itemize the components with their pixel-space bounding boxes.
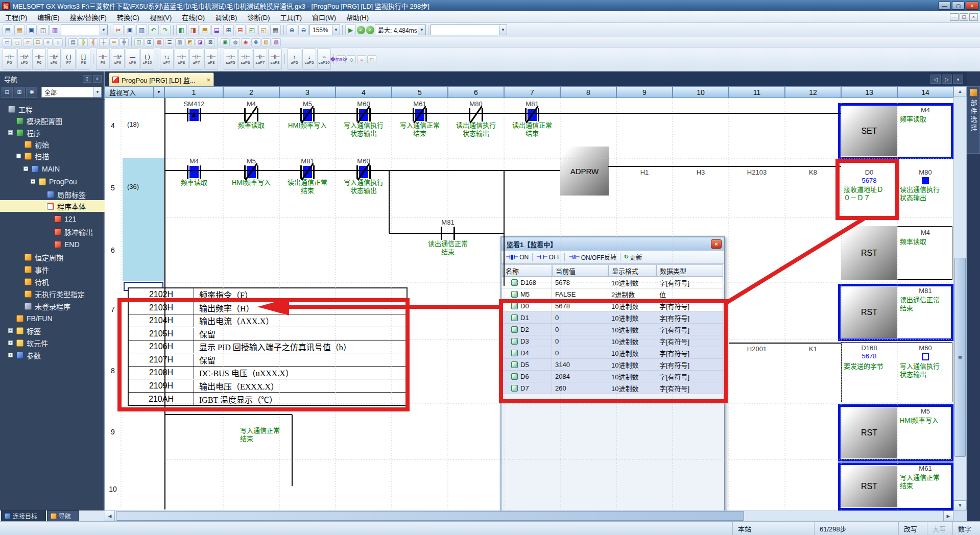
tab-parts-selection[interactable]: 部件选择 (967, 86, 980, 154)
mdi-minimize-icon[interactable]: — (950, 13, 959, 21)
dropdown-arrow-icon[interactable]: ▼ (332, 25, 340, 35)
ladder-contact-m4[interactable]: M4 频率读取 (166, 157, 222, 187)
scroll-up-icon[interactable]: ▲ (953, 86, 967, 96)
document-tab[interactable]: ProgPou [PRG] [LD] 监... × (109, 72, 214, 86)
watch-row-value[interactable]: 5678 (552, 277, 608, 288)
ladder-row-number[interactable]: 7 (105, 305, 121, 313)
monitor-mode-dropdown-icon[interactable]: ▼ (153, 86, 164, 98)
watch-row-name[interactable]: D4 (502, 347, 552, 359)
menu-help[interactable]: 帮助(H) (341, 11, 374, 23)
copy-icon[interactable]: ▣ (125, 25, 135, 35)
menu-project[interactable]: 工程(P) (0, 11, 32, 23)
expand-all-icon[interactable]: ⊞ (14, 87, 25, 98)
tree-item-program[interactable]: −程序 (0, 127, 105, 138)
ladder-symbol-button[interactable]: ⊣⊬sF5 (17, 48, 31, 70)
watch-row-value[interactable]: 0 (552, 312, 608, 324)
ladder-symbol-button[interactable]: ⊣⊢aF7 (189, 48, 203, 70)
print-icon[interactable]: ◫ (38, 25, 49, 35)
cut-icon[interactable]: ✂ (113, 25, 124, 35)
toolbar-icon[interactable]: ◉ (241, 38, 250, 46)
menu-view[interactable]: 视图(V) (145, 11, 177, 23)
tab-scroll-left-icon[interactable]: ◁ (930, 75, 941, 84)
ladder-row-number[interactable]: 9 (105, 428, 121, 436)
tree-item-end[interactable]: END (0, 238, 105, 250)
tab-connection-target[interactable]: 连接目标 (1, 510, 46, 521)
set-instruction-block[interactable]: SET (841, 106, 897, 156)
toolbar-icon[interactable]: ▨ (272, 38, 281, 46)
watch-row-name[interactable]: D3 (502, 335, 552, 347)
panel-close-icon[interactable]: × (93, 75, 102, 83)
dropdown-arrow-icon[interactable]: ▼ (93, 87, 101, 97)
toolbar-icon[interactable]: ◍ (231, 38, 240, 46)
tree-item-module-config[interactable]: 模块配置图 (0, 115, 105, 127)
ladder-symbol-button[interactable]: [ ]F8 (77, 48, 90, 70)
toolbar-icon[interactable]: ◇ (347, 55, 356, 63)
tree-item-main[interactable]: −MAIN (0, 163, 105, 175)
tab-scroll-right-icon[interactable]: ▷ (942, 75, 952, 84)
tree-item-pulse-output[interactable]: 脉冲输出 (0, 226, 105, 237)
mdi-close-icon[interactable]: × (969, 13, 978, 21)
run-monitor-icon[interactable]: ▶ (345, 25, 356, 35)
tree-item-progpou[interactable]: −ProgPou (0, 176, 105, 187)
read-plc-icon[interactable]: ◰ (247, 25, 257, 35)
scroll-right-icon[interactable]: ▶ (943, 510, 953, 521)
watch-row-name[interactable]: M5 (502, 288, 552, 300)
menu-window[interactable]: 窗口(W) (307, 11, 341, 23)
toolbar-icon[interactable]: ═ (109, 38, 118, 46)
ladder-row-number[interactable]: 5 (105, 184, 121, 192)
toolbar-icon[interactable]: ▦ (155, 38, 164, 46)
toolbar-icon[interactable]: ▭ (3, 38, 12, 46)
watch-header-type[interactable]: 数据类型 (656, 264, 723, 277)
ladder-row-number[interactable]: 6 (105, 246, 121, 254)
ladder-symbol-button[interactable]: —cF9 (126, 48, 139, 70)
ladder-row-number[interactable]: 10 (105, 485, 121, 493)
ladder-symbol-button[interactable]: ⌁caF10 (317, 48, 331, 70)
watch-row-name[interactable]: D5 (502, 359, 552, 371)
watch-row-name[interactable]: D1 (502, 312, 552, 324)
tree-item-fixed-cycle[interactable]: 恒定周期 (0, 251, 105, 263)
help-icon[interactable]: ▥ (50, 25, 60, 35)
minimize-button[interactable]: — (938, 2, 951, 10)
gear-icon[interactable]: ✱ (26, 87, 37, 98)
horizontal-scroll-thumb[interactable] (116, 511, 744, 521)
menu-diagnostics[interactable]: 诊断(D) (242, 11, 275, 23)
collapse-box-icon[interactable]: − (8, 130, 13, 135)
toolbar-icon[interactable]: ☰ (165, 38, 174, 46)
paste-icon[interactable]: ▥ (136, 25, 147, 35)
maximize-button[interactable]: ▢ (952, 2, 965, 10)
zoom-in-icon[interactable]: ⊕ (286, 25, 297, 35)
ladder-symbol-button[interactable]: ⊣⊢aF8 (204, 48, 218, 70)
tree-item-initial[interactable]: 初始 (0, 138, 105, 150)
watch-row-value[interactable]: FALSE (552, 288, 608, 300)
menu-debug[interactable]: 调试(B) (210, 11, 242, 23)
monitor-icon[interactable]: ⬓ (211, 25, 222, 35)
tree-item-no-exec-type[interactable]: 无执行类型指定 (0, 288, 105, 300)
collapse-all-icon[interactable]: ⊟ (2, 87, 13, 98)
rst-instruction-block[interactable]: RST (841, 407, 897, 458)
ladder-contact-m4[interactable]: M4 频率读取 (223, 100, 279, 130)
toolbar-icon[interactable]: ▧ (261, 38, 271, 46)
ladder-symbol-button[interactable]: ⊣⊢F9 (96, 48, 110, 70)
tree-item-parameter[interactable]: +参数 (0, 349, 105, 361)
ladder-symbol-button[interactable]: ( )cF10 (140, 48, 154, 70)
ladder-symbol-button[interactable]: ⊣⊢saF5 (224, 48, 237, 70)
toolbar-icon[interactable]: ≡ (54, 38, 63, 46)
dropdown-arrow-icon[interactable]: ▼ (499, 25, 507, 35)
tab-close-icon[interactable]: × (206, 76, 210, 84)
tab-navigation[interactable]: 导航 (47, 510, 79, 521)
toolbar-icon[interactable]: ▣ (221, 38, 230, 46)
collapse-box-icon[interactable]: − (31, 179, 35, 184)
toolbar-icon[interactable]: ⌗ (43, 38, 53, 46)
watch-row-name[interactable]: D7 (502, 382, 552, 394)
watch-row-value[interactable]: 2084 (552, 371, 608, 382)
tree-item-scan[interactable]: −扫描 (0, 150, 105, 162)
watch-row-name[interactable]: D168 (502, 277, 552, 288)
watch-row-value[interactable]: 0 (552, 347, 608, 359)
ladder-symbol-button[interactable]: ⊣⊢F6 (32, 48, 46, 70)
toolbar-icon[interactable]: ▱ (23, 38, 32, 46)
zoom-level-combo[interactable]: 155%▼ (309, 25, 340, 35)
ladder-contact-m80[interactable]: M80 读出通信执行 状态输出 (448, 100, 504, 138)
verify-icon[interactable]: ◱ (258, 25, 269, 35)
vertical-scroll-thumb[interactable]: ≡ (954, 258, 966, 457)
menu-tools[interactable]: 工具(T) (275, 11, 307, 23)
